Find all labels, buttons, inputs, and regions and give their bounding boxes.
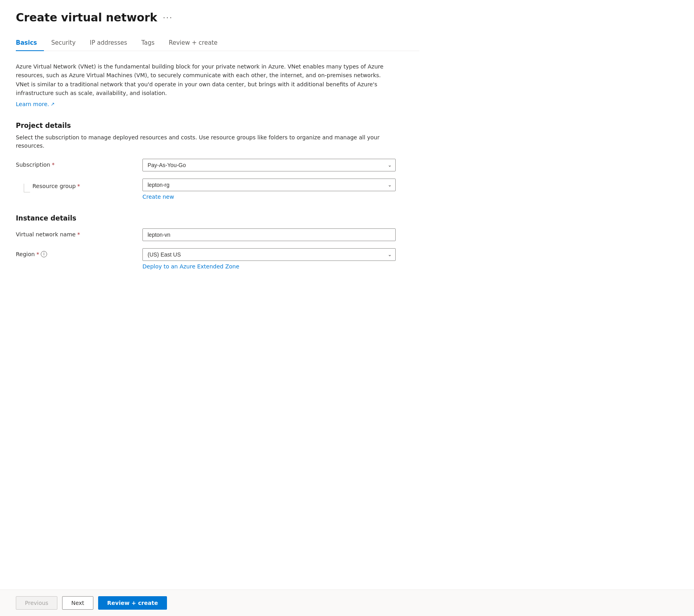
region-dropdown[interactable]: (US) East US — [142, 248, 396, 261]
project-details-description: Select the subscription to manage deploy… — [16, 133, 392, 150]
tab-review-create[interactable]: Review + create — [162, 35, 225, 51]
region-required: * — [36, 251, 39, 257]
learn-more-link[interactable]: Learn more. ↗ — [16, 101, 55, 107]
vnet-name-input[interactable] — [142, 228, 396, 241]
project-details-title: Project details — [16, 122, 419, 129]
subscription-required: * — [52, 162, 55, 168]
subscription-label: Subscription * — [16, 162, 135, 168]
resource-group-label: Resource group * — [32, 183, 80, 189]
create-new-link[interactable]: Create new — [142, 194, 174, 200]
tab-bar: Basics Security IP addresses Tags Review… — [16, 35, 419, 51]
instance-details-title: Instance details — [16, 214, 419, 222]
deploy-extended-zone-link[interactable]: Deploy to an Azure Extended Zone — [142, 263, 239, 270]
page-title: Create virtual network — [16, 11, 157, 24]
vnet-name-required: * — [77, 231, 80, 238]
vnet-name-label: Virtual network name * — [16, 231, 135, 238]
external-link-icon: ↗ — [51, 101, 55, 107]
subscription-dropdown[interactable]: Pay-As-You-Go — [142, 159, 396, 171]
region-label: Region * i — [16, 251, 135, 257]
tab-tags[interactable]: Tags — [134, 35, 161, 51]
resource-group-dropdown[interactable]: lepton-rg — [142, 179, 396, 191]
resource-group-required: * — [77, 183, 80, 189]
footer: Previous Next Review + create — [0, 589, 694, 616]
review-create-button[interactable]: Review + create — [98, 596, 167, 610]
vnet-description: Azure Virtual Network (VNet) is the fund… — [16, 62, 392, 98]
previous-button[interactable]: Previous — [16, 596, 57, 610]
tab-ip-addresses[interactable]: IP addresses — [83, 35, 134, 51]
resource-group-indent-icon — [24, 184, 30, 192]
tab-basics[interactable]: Basics — [16, 35, 44, 51]
tab-security[interactable]: Security — [44, 35, 83, 51]
more-options-icon[interactable]: ··· — [163, 13, 173, 23]
next-button[interactable]: Next — [62, 596, 93, 610]
region-info-icon[interactable]: i — [41, 251, 47, 257]
